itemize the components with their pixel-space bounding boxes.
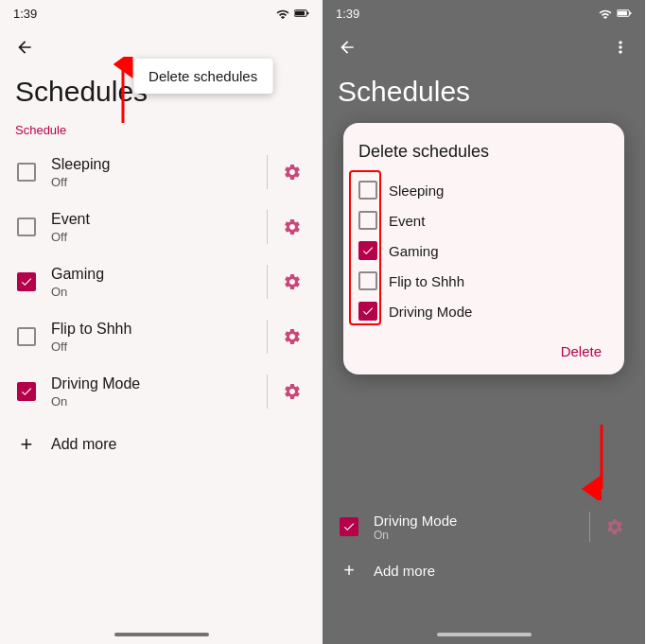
right-status-time: 1:39 xyxy=(336,7,359,21)
delete-button[interactable]: Delete xyxy=(553,339,609,363)
right-driving-divider xyxy=(589,512,590,542)
left-section-label: Schedule xyxy=(0,119,323,145)
driving-gear-button[interactable] xyxy=(277,376,307,407)
schedule-item-gaming[interactable]: Gaming On xyxy=(0,254,323,309)
dialog-driving-checkbox[interactable] xyxy=(358,302,377,321)
right-home-indicator xyxy=(437,633,532,636)
delete-btn-row: Delete xyxy=(358,336,609,363)
svg-rect-1 xyxy=(306,12,308,15)
schedule-item-event[interactable]: Event Off xyxy=(0,200,323,254)
gaming-name: Gaming xyxy=(51,265,257,285)
event-divider xyxy=(267,210,268,244)
dialog-item-flip[interactable]: Flip to Shhh xyxy=(358,266,609,296)
delete-dialog-title: Delete schedules xyxy=(358,142,609,162)
dialog-gaming-name: Gaming xyxy=(389,243,439,259)
left-home-indicator xyxy=(114,633,209,636)
right-driving-name: Driving Mode xyxy=(374,513,580,529)
right-more-button[interactable] xyxy=(603,30,637,64)
driving-name: Driving Mode xyxy=(51,374,257,394)
right-page-title: Schedules xyxy=(323,68,645,119)
delete-schedules-dialog: Delete schedules Sleeping Event Gaming F… xyxy=(343,123,624,374)
battery-icon xyxy=(294,8,309,19)
driving-checkbox[interactable] xyxy=(15,380,38,403)
dialog-flip-checkbox[interactable] xyxy=(358,271,377,290)
right-status-icons xyxy=(598,8,632,19)
flip-name: Flip to Shhh xyxy=(51,320,257,339)
svg-rect-2 xyxy=(295,11,305,16)
right-driving-gear[interactable] xyxy=(600,512,630,542)
right-add-more[interactable]: + Add more xyxy=(323,547,645,595)
sleeping-name: Sleeping xyxy=(51,155,257,175)
dialog-sleeping-name: Sleeping xyxy=(389,183,444,199)
event-status: Off xyxy=(51,230,257,244)
schedule-item-sleeping[interactable]: Sleeping Off xyxy=(0,145,323,200)
delete-schedules-tooltip: Delete schedules xyxy=(133,59,272,94)
driving-divider xyxy=(267,374,268,409)
right-top-bar xyxy=(323,26,645,68)
dialog-flip-name: Flip to Shhh xyxy=(389,273,464,289)
gaming-gear-button[interactable] xyxy=(277,267,307,297)
flip-status: Off xyxy=(51,339,257,354)
red-arrow-up xyxy=(104,57,142,136)
dialog-item-sleeping[interactable]: Sleeping xyxy=(358,175,609,205)
left-status-time: 1:39 xyxy=(13,7,37,21)
flip-divider xyxy=(267,320,268,354)
sleeping-status: Off xyxy=(51,175,257,189)
right-status-bar: 1:39 xyxy=(323,0,645,26)
dialog-item-driving-mode[interactable]: Driving Mode xyxy=(358,296,609,326)
left-status-icons xyxy=(275,8,309,19)
right-driving-checkbox[interactable] xyxy=(338,515,360,538)
gaming-status: On xyxy=(51,285,257,299)
red-arrow-down-right xyxy=(573,425,620,504)
right-back-button[interactable] xyxy=(330,30,364,64)
dialog-driving-name: Driving Mode xyxy=(389,304,472,320)
gaming-divider xyxy=(267,265,268,299)
left-status-bar: 1:39 xyxy=(0,0,323,26)
battery-icon-right xyxy=(617,8,632,19)
wifi-icon-right xyxy=(598,8,613,19)
right-add-icon: + xyxy=(338,560,360,582)
dialog-sleeping-checkbox[interactable] xyxy=(358,181,377,200)
flip-gear-button[interactable] xyxy=(277,322,307,352)
right-driving-item[interactable]: Driving Mode On xyxy=(323,500,645,553)
svg-rect-7 xyxy=(618,11,627,16)
left-back-button[interactable] xyxy=(8,30,42,64)
left-schedule-list: Sleeping Off Event Off xyxy=(0,145,323,419)
dialog-event-checkbox[interactable] xyxy=(358,211,377,230)
right-add-more-label: Add more xyxy=(374,563,435,579)
svg-rect-6 xyxy=(629,12,631,15)
gaming-checkbox[interactable] xyxy=(15,270,38,293)
schedule-item-flip[interactable]: Flip to Shhh Off xyxy=(0,309,323,364)
dialog-item-gaming[interactable]: Gaming xyxy=(358,235,609,266)
dialog-gaming-checkbox[interactable] xyxy=(358,241,377,260)
left-add-more[interactable]: + Add more xyxy=(0,419,323,470)
wifi-icon xyxy=(275,8,290,19)
sleeping-gear-button[interactable] xyxy=(277,157,307,187)
event-name: Event xyxy=(51,210,257,230)
dialog-item-event[interactable]: Event xyxy=(358,205,609,235)
sleeping-divider xyxy=(267,155,268,189)
sleeping-checkbox[interactable] xyxy=(15,161,38,183)
left-add-more-label: Add more xyxy=(51,436,116,453)
schedule-item-driving[interactable]: Driving Mode On xyxy=(0,364,323,419)
right-driving-status: On xyxy=(374,529,580,542)
event-checkbox[interactable] xyxy=(15,216,38,238)
add-icon: + xyxy=(15,432,38,457)
event-gear-button[interactable] xyxy=(277,212,307,242)
left-phone-screen: 1:39 Delete schedules xyxy=(0,0,323,644)
driving-status: On xyxy=(51,394,257,409)
flip-checkbox[interactable] xyxy=(15,325,38,348)
dialog-event-name: Event xyxy=(389,213,425,229)
left-top-bar: Delete schedules xyxy=(0,26,323,68)
right-phone-screen: 1:39 Schedules Delete schedules xyxy=(323,0,645,644)
